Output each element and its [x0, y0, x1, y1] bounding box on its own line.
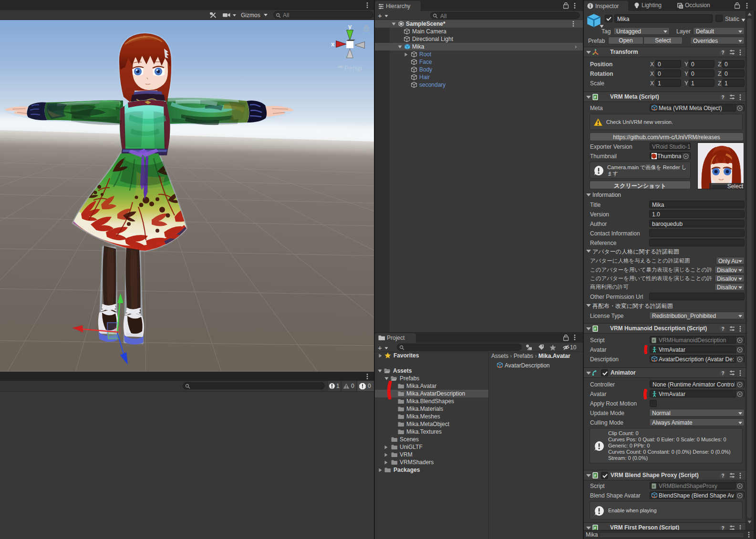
svg-text:Persp: Persp	[344, 64, 362, 72]
svg-text:x: x	[331, 41, 335, 48]
svg-text:#: #	[652, 338, 655, 343]
svg-text:#: #	[652, 484, 655, 488]
svg-text:y: y	[348, 23, 352, 30]
